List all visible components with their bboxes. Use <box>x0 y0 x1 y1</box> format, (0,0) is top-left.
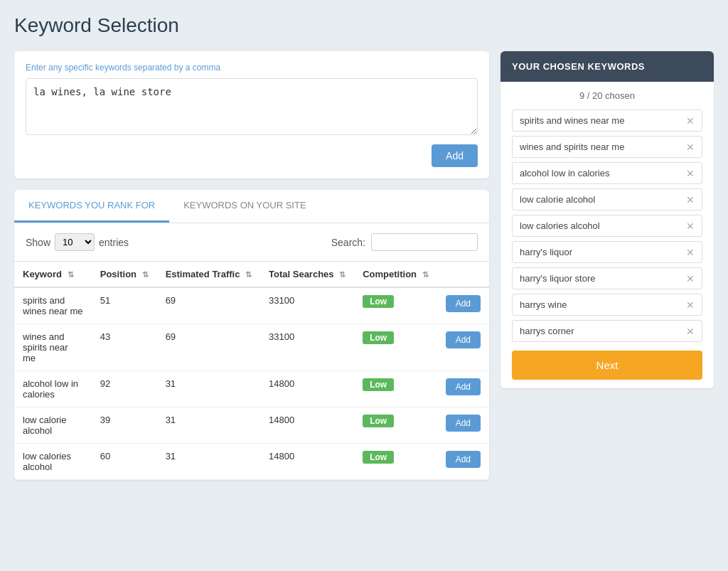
sort-icon-competition: ⇅ <box>422 270 429 279</box>
keyword-tag: harry's liquor ✕ <box>512 241 702 263</box>
col-competition[interactable]: Competition ⇅ <box>354 262 437 288</box>
cell-position-1: 43 <box>92 324 157 371</box>
keyword-tag: harry's liquor store ✕ <box>512 267 702 289</box>
tab-keywords-rank-for[interactable]: KEYWORDS YOU RANK FOR <box>14 190 169 223</box>
cell-position-3: 39 <box>92 407 157 444</box>
row-add-button-2[interactable]: Add <box>446 378 481 395</box>
cell-position-2: 92 <box>92 371 157 407</box>
cell-traffic-1: 69 <box>157 324 260 371</box>
cell-searches-4: 14800 <box>260 444 354 480</box>
keyword-tag-remove-8[interactable]: ✕ <box>686 326 695 336</box>
cell-keyword-3: low calorie alcohol <box>14 407 92 444</box>
keyword-tag: low calories alcohol ✕ <box>512 215 702 237</box>
input-section: Enter any specific keywords separated by… <box>14 51 489 178</box>
keyword-textarea[interactable]: la wines, la wine store <box>26 78 478 135</box>
cell-competition-1: Low <box>354 324 437 371</box>
table-row: wines and spirits near me 43 69 33100 Lo… <box>14 324 489 371</box>
col-estimated-traffic[interactable]: Estimated Traffic ⇅ <box>157 262 260 288</box>
search-input[interactable] <box>371 233 478 251</box>
col-position-label: Position <box>100 269 136 279</box>
keyword-tag-label: harrys wine <box>520 299 567 310</box>
competition-badge-2: Low <box>363 378 394 391</box>
cell-traffic-3: 31 <box>157 407 260 444</box>
col-action <box>437 262 489 288</box>
page-title: Keyword Selection <box>14 14 714 37</box>
col-competition-label: Competition <box>363 269 417 279</box>
table-row: spirits and wines near me 51 69 33100 Lo… <box>14 287 489 324</box>
keyword-tag-remove-7[interactable]: ✕ <box>686 300 695 310</box>
sort-icon-keyword: ⇅ <box>68 270 74 279</box>
row-add-button-3[interactable]: Add <box>446 415 481 432</box>
cell-action-3: Add <box>437 407 489 444</box>
keyword-tag-label: alcohol low in calories <box>520 168 609 178</box>
col-keyword[interactable]: Keyword ⇅ <box>14 262 92 288</box>
competition-badge-0: Low <box>363 295 394 308</box>
sort-icon-traffic: ⇅ <box>245 270 252 279</box>
panel-header: YOUR CHOSEN KEYWORDS <box>500 51 714 82</box>
table-row: low calorie alcohol 39 31 14800 Low Add <box>14 407 489 444</box>
keyword-tag-remove-1[interactable]: ✕ <box>686 142 695 152</box>
add-keywords-button[interactable]: Add <box>432 144 478 167</box>
sort-icon-position: ⇅ <box>142 270 149 279</box>
table-body: spirits and wines near me 51 69 33100 Lo… <box>14 287 489 480</box>
tab-keywords-on-site[interactable]: KEYWORDS ON YOUR SITE <box>169 190 320 223</box>
cell-competition-4: Low <box>354 444 437 480</box>
entries-label: entries <box>99 237 129 248</box>
chosen-count: 9 / 20 chosen <box>512 90 702 101</box>
keyword-tag-remove-5[interactable]: ✕ <box>686 247 695 257</box>
cell-position-0: 51 <box>92 287 157 324</box>
table-row: alcohol low in calories 92 31 14800 Low … <box>14 371 489 407</box>
keyword-tag: spirits and wines near me ✕ <box>512 110 702 132</box>
keyword-tag-label: low calorie alcohol <box>520 194 595 205</box>
keyword-tag-remove-3[interactable]: ✕ <box>686 195 695 205</box>
keyword-tags-container: spirits and wines near me ✕ wines and sp… <box>512 110 702 342</box>
keyword-tag: alcohol low in calories ✕ <box>512 162 702 184</box>
table-controls: Show 10 25 50 100 entries Search: <box>14 223 489 261</box>
row-add-button-0[interactable]: Add <box>446 295 481 312</box>
cell-action-4: Add <box>437 444 489 480</box>
keyword-tag-label: spirits and wines near me <box>520 115 624 126</box>
col-position[interactable]: Position ⇅ <box>92 262 157 288</box>
show-label: Show <box>26 237 50 248</box>
right-panel: YOUR CHOSEN KEYWORDS 9 / 20 chosen spiri… <box>500 51 714 388</box>
cell-keyword-1: wines and spirits near me <box>14 324 92 371</box>
main-layout: Enter any specific keywords separated by… <box>14 51 714 480</box>
cell-keyword-0: spirits and wines near me <box>14 287 92 324</box>
tabs-section: KEYWORDS YOU RANK FOR KEYWORDS ON YOUR S… <box>14 190 489 480</box>
keyword-tag-remove-0[interactable]: ✕ <box>686 116 695 126</box>
cell-keyword-2: alcohol low in calories <box>14 371 92 407</box>
show-entries-control: Show 10 25 50 100 entries <box>26 233 129 251</box>
col-total-searches-label: Total Searches <box>269 269 334 279</box>
keyword-tag-label: harrys corner <box>520 326 574 336</box>
cell-searches-3: 14800 <box>260 407 354 444</box>
col-total-searches[interactable]: Total Searches ⇅ <box>260 262 354 288</box>
cell-searches-1: 33100 <box>260 324 354 371</box>
panel-body: 9 / 20 chosen spirits and wines near me … <box>500 82 714 388</box>
col-keyword-label: Keyword <box>23 269 62 279</box>
entries-select[interactable]: 10 25 50 100 <box>55 233 95 251</box>
keyword-tag: harrys corner ✕ <box>512 320 702 342</box>
cell-action-1: Add <box>437 324 489 371</box>
search-label: Search: <box>331 237 365 248</box>
search-box: Search: <box>331 233 478 251</box>
keyword-tag-remove-6[interactable]: ✕ <box>686 274 695 284</box>
competition-badge-1: Low <box>363 331 394 344</box>
next-button[interactable]: Next <box>512 351 702 380</box>
row-add-button-4[interactable]: Add <box>446 451 481 468</box>
cell-action-0: Add <box>437 287 489 324</box>
chosen-keywords-panel: YOUR CHOSEN KEYWORDS 9 / 20 chosen spiri… <box>500 51 714 388</box>
col-est-traffic-label: Estimated Traffic <box>166 269 240 279</box>
cell-keyword-4: low calories alcohol <box>14 444 92 480</box>
keyword-tag-remove-2[interactable]: ✕ <box>686 169 695 178</box>
keyword-tag-label: low calories alcohol <box>520 220 600 231</box>
keyword-tag-label: harry's liquor <box>520 247 572 257</box>
left-panel: Enter any specific keywords separated by… <box>14 51 489 480</box>
cell-action-2: Add <box>437 371 489 407</box>
competition-badge-3: Low <box>363 415 394 427</box>
cell-searches-2: 14800 <box>260 371 354 407</box>
input-label: Enter any specific keywords separated by… <box>26 63 478 73</box>
cell-competition-0: Low <box>354 287 437 324</box>
keyword-tag-remove-4[interactable]: ✕ <box>686 221 695 231</box>
keyword-tag-label: harry's liquor store <box>520 273 596 284</box>
row-add-button-1[interactable]: Add <box>446 331 481 348</box>
